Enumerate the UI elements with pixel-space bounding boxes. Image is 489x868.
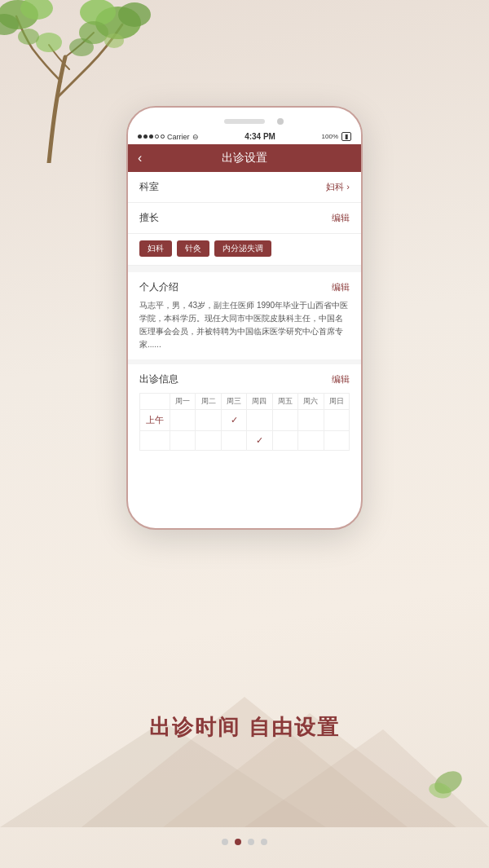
phone-frame: Carrier ⊖ 4:34 PM 100% ▮ ‹ 出诊设置 科室 妇科 › … <box>126 106 363 530</box>
morning-wed: ✓ <box>221 410 246 431</box>
afternoon-fri <box>272 431 297 451</box>
app-header: ‹ 出诊设置 <box>128 144 361 172</box>
schedule-edit-button[interactable]: 编辑 <box>332 373 350 386</box>
bio-section: 个人介绍 编辑 马志平，男，43岁，副主任医师 1990年毕业于山西省中医学院，… <box>128 272 361 359</box>
svg-point-9 <box>104 33 124 48</box>
morning-fri <box>272 410 297 431</box>
signal-dot-2 <box>143 134 148 139</box>
status-bar: Carrier ⊖ 4:34 PM 100% ▮ <box>128 126 361 144</box>
tags-row: 妇科 针灸 内分泌失调 <box>128 234 361 266</box>
phone-speaker <box>224 119 265 124</box>
day-1: 周一 <box>170 394 195 410</box>
specialty-edit[interactable]: 编辑 <box>332 212 350 224</box>
morning-tue <box>196 410 221 431</box>
page-dot-3[interactable] <box>248 839 254 845</box>
morning-label: 上午 <box>140 410 170 431</box>
schedule-section: 出诊信息 编辑 周一 周二 周三 周四 周五 周六 周日 <box>128 364 361 459</box>
signal-dots <box>138 134 165 139</box>
morning-sat <box>298 410 324 431</box>
department-row[interactable]: 科室 妇科 › <box>128 172 361 203</box>
afternoon-thu: ✓ <box>247 431 272 451</box>
page-dot-2[interactable] <box>235 839 241 845</box>
svg-point-2 <box>118 2 151 27</box>
battery-icon: ▮ <box>341 132 351 141</box>
svg-point-1 <box>80 0 116 25</box>
day-6: 周六 <box>298 394 324 410</box>
afternoon-label <box>140 431 170 451</box>
time-display: 4:34 PM <box>244 132 275 141</box>
schedule-label: 出诊信息 <box>139 372 178 386</box>
svg-point-7 <box>36 33 62 52</box>
department-value: 妇科 › <box>326 181 350 193</box>
period-header <box>140 394 170 410</box>
day-2: 周二 <box>196 394 221 410</box>
tag-acupuncture: 针灸 <box>177 240 209 257</box>
schedule-grid: 周一 周二 周三 周四 周五 周六 周日 上午 ✓ <box>139 393 350 451</box>
afternoon-mon <box>170 431 195 451</box>
header-title: 出诊设置 <box>222 151 267 165</box>
leaf-decoration-br <box>424 754 473 803</box>
signal-dot-4 <box>155 134 159 139</box>
pagination <box>0 839 489 845</box>
day-7: 周日 <box>324 394 349 410</box>
specialty-row[interactable]: 擅长 编辑 <box>128 203 361 234</box>
wifi-icon: ⊖ <box>192 133 199 141</box>
bio-header: 个人介绍 编辑 <box>139 280 350 294</box>
schedule-header: 出诊信息 编辑 <box>139 372 350 386</box>
morning-mon <box>170 410 195 431</box>
department-label: 科室 <box>139 180 159 194</box>
specialty-label: 擅长 <box>139 211 159 225</box>
signal-dot-3 <box>149 134 153 139</box>
afternoon-sun <box>324 431 349 451</box>
schedule-row-afternoon: ✓ <box>140 431 350 451</box>
afternoon-sat <box>298 431 324 451</box>
morning-thu <box>247 410 272 431</box>
tag-endocrine: 内分泌失调 <box>214 240 271 257</box>
day-5: 周五 <box>272 394 297 410</box>
status-right: 100% ▮ <box>322 132 351 141</box>
day-3: 周三 <box>221 394 246 410</box>
bio-label: 个人介绍 <box>139 280 178 294</box>
page-dot-1[interactable] <box>222 839 228 845</box>
svg-point-8 <box>69 38 94 56</box>
signal-dot-1 <box>138 134 142 139</box>
divider-1 <box>128 266 361 272</box>
carrier-label: Carrier <box>167 133 190 141</box>
back-button[interactable]: ‹ <box>138 151 142 165</box>
phone-camera <box>277 118 284 125</box>
tagline: 出诊时间 自由设置 <box>0 713 489 742</box>
status-left: Carrier ⊖ <box>138 133 199 141</box>
battery-label: 100% <box>322 133 338 140</box>
signal-dot-5 <box>161 134 165 139</box>
mountain-decoration <box>0 664 489 827</box>
afternoon-wed <box>221 431 246 451</box>
bio-edit-button[interactable]: 编辑 <box>332 281 350 293</box>
app-content: 科室 妇科 › 擅长 编辑 妇科 针灸 内分泌失调 个人介绍 编辑 马志平，男，… <box>128 172 361 459</box>
afternoon-tue <box>196 431 221 451</box>
svg-point-10 <box>18 29 39 45</box>
bio-text: 马志平，男，43岁，副主任医师 1990年毕业于山西省中医学院，本科学历。现任大… <box>139 299 350 351</box>
schedule-row-morning: 上午 ✓ <box>140 410 350 431</box>
morning-sun <box>324 410 349 431</box>
tag-gynecology: 妇科 <box>139 240 172 257</box>
day-4: 周四 <box>247 394 272 410</box>
page-dot-4[interactable] <box>261 839 267 845</box>
tagline-text: 出诊时间 自由设置 <box>149 715 339 739</box>
